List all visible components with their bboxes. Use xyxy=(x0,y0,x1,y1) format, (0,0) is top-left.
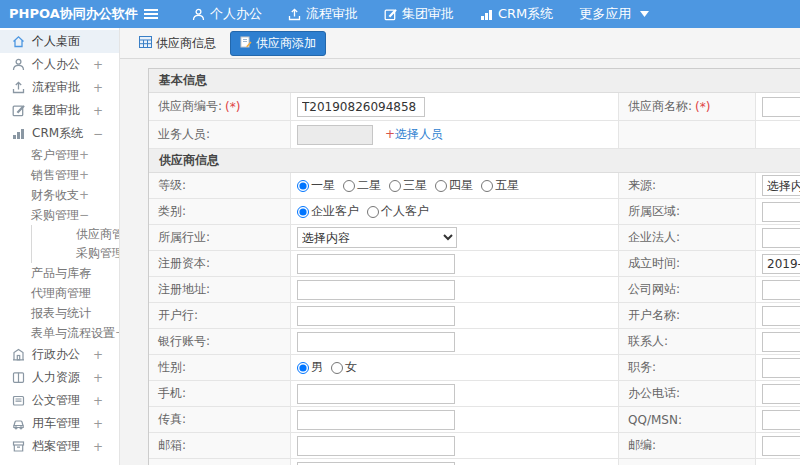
expander-icon[interactable]: + xyxy=(79,148,89,162)
region-input[interactable] xyxy=(762,202,800,222)
supplier-add-form: 基本信息 供应商编号: (*) 供应商名称: (*) 业务人员: xyxy=(148,68,800,465)
edit-icon xyxy=(12,104,25,117)
reg-capital-input[interactable] xyxy=(297,254,455,274)
industry-select[interactable]: 选择内容 xyxy=(297,227,457,248)
field-label: 地址: xyxy=(149,459,291,465)
expander-icon[interactable]: + xyxy=(93,394,103,408)
choose-person-link[interactable]: +选择人员 xyxy=(385,126,443,143)
sidebar-item-agent-management[interactable]: 代理商管理 + xyxy=(0,283,119,303)
topbar: PHPOA协同办公软件 个人办公 流程审批 集团审批 xyxy=(0,0,800,28)
field-label: 手机: xyxy=(149,381,291,406)
contact-input[interactable] xyxy=(762,332,800,352)
tab-bar: 供应商信息 供应商添加 xyxy=(120,28,800,59)
supplier-no-input[interactable] xyxy=(297,97,425,117)
office-phone-input[interactable] xyxy=(762,384,800,404)
gender-radio-female[interactable]: 女 xyxy=(331,359,357,376)
sidebar-item-personal-desktop[interactable]: 个人桌面 xyxy=(0,30,119,53)
reg-address-input[interactable] xyxy=(297,280,455,300)
expander-icon[interactable]: + xyxy=(79,286,89,300)
legal-person-input[interactable] xyxy=(762,228,800,248)
topnav-crm-system[interactable]: CRM系统 xyxy=(480,5,553,23)
expander-icon[interactable]: + xyxy=(93,104,103,118)
expander-icon[interactable]: + xyxy=(79,168,89,182)
topnav-more-apps[interactable]: 更多应用 xyxy=(579,5,649,23)
supplier-name-input[interactable] xyxy=(762,97,800,117)
gender-radio-male[interactable]: 男 xyxy=(297,359,323,376)
sidebar-item-reports-statistics[interactable]: 报表与统计 xyxy=(0,303,119,323)
sidebar-item-products-inventory[interactable]: 产品与库存 + xyxy=(0,263,119,283)
expander-icon[interactable]: + xyxy=(93,81,103,95)
collapse-icon[interactable]: − xyxy=(93,127,103,141)
sidebar-item-administration[interactable]: 行政办公 + xyxy=(0,343,119,366)
level-radio-4star[interactable]: 四星 xyxy=(435,177,473,194)
level-radio-1star[interactable]: 一星 xyxy=(297,177,335,194)
email-input[interactable] xyxy=(297,436,455,456)
sales-person-input[interactable] xyxy=(297,125,373,145)
tab-supplier-info[interactable]: 供应商信息 xyxy=(133,31,222,56)
sidebar-item-purchase-management[interactable]: 采购管理 − xyxy=(0,205,119,225)
field-label: 邮编: xyxy=(619,433,756,458)
collapse-icon[interactable]: − xyxy=(79,208,89,222)
field-label: 公司网站: xyxy=(619,277,756,302)
sidebar-item-personal-office[interactable]: 个人办公 + xyxy=(0,53,119,76)
topnav-workflow-approval[interactable]: 流程审批 xyxy=(288,5,358,23)
menu-toggle-button[interactable] xyxy=(136,8,166,20)
tab-supplier-add[interactable]: 供应商添加 xyxy=(230,31,326,56)
sidebar-item-document-management[interactable]: 公文管理 + xyxy=(0,389,119,412)
field-label: 类别: xyxy=(149,199,291,224)
field-label: 开户行: xyxy=(149,303,291,328)
account-name-input[interactable] xyxy=(762,306,800,326)
sidebar-item-group-approval[interactable]: 集团审批 + xyxy=(0,99,119,122)
sidebar-item-human-resources[interactable]: 人力资源 + xyxy=(0,366,119,389)
expander-icon[interactable]: + xyxy=(79,188,89,202)
add-page-icon xyxy=(240,36,252,51)
expander-icon[interactable]: + xyxy=(93,440,103,454)
bank-input[interactable] xyxy=(297,306,455,326)
category-radio-enterprise[interactable]: 企业客户 xyxy=(297,203,359,220)
sidebar-item-finance[interactable]: 财务收支 + xyxy=(0,185,119,205)
expander-icon[interactable]: + xyxy=(93,417,103,431)
sidebar-item-customer-management[interactable]: 客户管理 + xyxy=(0,145,119,165)
level-radio-5star[interactable]: 五星 xyxy=(481,177,519,194)
zip-input[interactable] xyxy=(762,436,800,456)
sidebar-item-archive-management[interactable]: 档案管理 + xyxy=(0,435,119,458)
mobile-input[interactable] xyxy=(297,384,455,404)
level-radio-2star[interactable]: 二星 xyxy=(343,177,381,194)
expander-icon[interactable]: + xyxy=(93,371,103,385)
upload-icon xyxy=(288,8,301,21)
source-select[interactable]: 选择内容 xyxy=(762,175,800,196)
bank-account-input[interactable] xyxy=(297,332,455,352)
archive-icon xyxy=(12,440,25,453)
level-radio-3star[interactable]: 三星 xyxy=(389,177,427,194)
user-icon xyxy=(192,8,205,21)
category-radio-personal[interactable]: 个人客户 xyxy=(367,203,429,220)
form-row-bank-account: 银行账号: 联系人: xyxy=(149,329,800,355)
position-input[interactable] xyxy=(762,358,800,378)
topnav-group-approval[interactable]: 集团审批 xyxy=(384,5,454,23)
field-label: QQ/MSN: xyxy=(619,407,756,432)
qq-msn-input[interactable] xyxy=(762,410,800,430)
form-row-gender: 性别: 男 女 职务: xyxy=(149,355,800,381)
expander-icon[interactable]: + xyxy=(93,348,103,362)
sidebar-item-form-workflow-settings[interactable]: 表单与流程设置+ xyxy=(0,323,119,343)
sidebar-item-supplier-management[interactable]: 供应商管理 xyxy=(31,225,119,244)
expander-icon[interactable]: + xyxy=(79,266,89,280)
topnav-personal-office[interactable]: 个人办公 xyxy=(192,5,262,23)
expander-icon[interactable]: + xyxy=(115,326,120,340)
field-label: 成立时间: xyxy=(619,251,756,276)
hamburger-icon xyxy=(144,8,158,20)
field-label: 等级: xyxy=(149,173,291,198)
field-label: 联系人: xyxy=(619,329,756,354)
form-row-fax: 传真: QQ/MSN: xyxy=(149,407,800,433)
sidebar-item-vehicle-management[interactable]: 用车管理 + xyxy=(0,412,119,435)
sidebar-item-procurement-management[interactable]: 采购管理 xyxy=(31,244,119,263)
expander-icon[interactable]: + xyxy=(93,58,103,72)
main-area: 供应商信息 供应商添加 基本信息 供应商编号: (*) 供应商名称: xyxy=(120,28,800,465)
website-input[interactable] xyxy=(762,280,800,300)
fax-input[interactable] xyxy=(297,410,455,430)
founded-date-input[interactable] xyxy=(762,254,800,274)
field-label: 邮箱: xyxy=(149,433,291,458)
sidebar-item-crm-system[interactable]: CRM系统 − xyxy=(0,122,119,145)
sidebar-item-sales-management[interactable]: 销售管理 + xyxy=(0,165,119,185)
sidebar-item-workflow-approval[interactable]: 流程审批 + xyxy=(0,76,119,99)
